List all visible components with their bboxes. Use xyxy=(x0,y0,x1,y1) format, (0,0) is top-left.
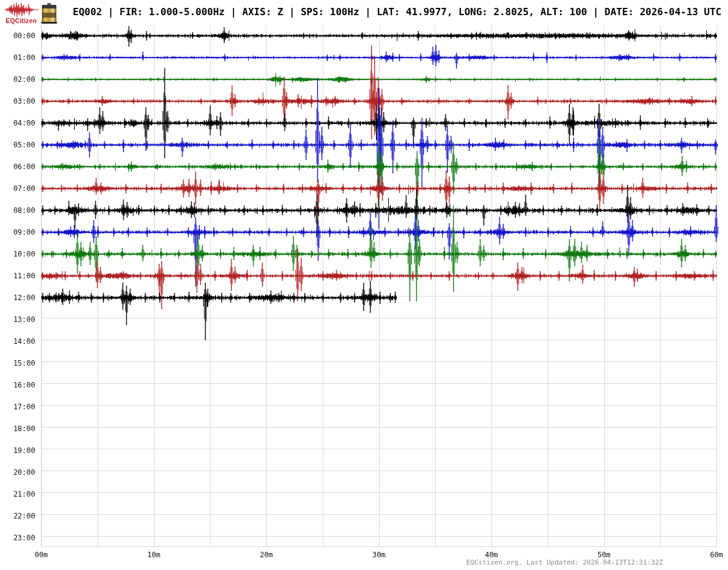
y-axis-label: 06:00 xyxy=(0,163,35,171)
footer-credit: EQCitizen.org. Last Updated: 2026-04-13T… xyxy=(466,558,663,566)
y-axis-label: 17:00 xyxy=(0,403,35,411)
y-axis-label: 10:00 xyxy=(0,250,35,258)
station-title: EQ002 | FIR: 1.000-5.000Hz | AXIS: Z | S… xyxy=(73,6,721,18)
x-axis-label: 50m xyxy=(591,551,618,559)
y-axis-label: 14:00 xyxy=(0,337,35,346)
y-axis-label: 15:00 xyxy=(0,359,35,367)
helicorder-page: 00:0001:0002:0003:0004:0005:0006:0007:00… xyxy=(0,0,728,570)
y-axis-label: 19:00 xyxy=(0,446,35,455)
logo-text: EQCitizen xyxy=(3,17,39,24)
y-axis-label: 11:00 xyxy=(0,272,35,280)
y-axis-label: 07:00 xyxy=(0,184,35,193)
logo: EQCitizen xyxy=(3,2,39,25)
x-axis-label: 60m xyxy=(703,551,728,559)
y-axis-label: 04:00 xyxy=(0,119,35,127)
y-axis-label: 13:00 xyxy=(0,315,35,324)
y-axis-label: 20:00 xyxy=(0,468,35,477)
y-axis-label: 16:00 xyxy=(0,381,35,389)
y-axis-label: 09:00 xyxy=(0,228,35,236)
seismometer-icon xyxy=(40,2,58,27)
y-axis-label: 01:00 xyxy=(0,53,35,62)
header: EQCitizen EQ002 | FIR: 1.000-5.000Hz | A… xyxy=(0,0,728,25)
y-axis-label: 08:00 xyxy=(0,206,35,215)
y-axis-label: 23:00 xyxy=(0,534,35,542)
x-axis-label: 40m xyxy=(478,551,505,559)
helicorder-canvas xyxy=(0,0,728,570)
x-axis-label: 10m xyxy=(141,551,167,559)
y-axis-label: 12:00 xyxy=(0,293,35,302)
x-axis-label: 20m xyxy=(253,551,280,559)
x-axis-label: 30m xyxy=(366,551,393,559)
x-axis-label: 00m xyxy=(28,551,55,559)
logo-waveform-icon xyxy=(4,2,38,18)
y-axis-label: 22:00 xyxy=(0,512,35,520)
y-axis-label: 21:00 xyxy=(0,490,35,498)
y-axis-label: 02:00 xyxy=(0,75,35,84)
y-axis-label: 00:00 xyxy=(0,32,35,40)
y-axis-label: 05:00 xyxy=(0,141,35,149)
helicorder-plot: 00:0001:0002:0003:0004:0005:0006:0007:00… xyxy=(0,0,728,570)
y-axis-label: 03:00 xyxy=(0,97,35,106)
y-axis-label: 18:00 xyxy=(0,424,35,433)
